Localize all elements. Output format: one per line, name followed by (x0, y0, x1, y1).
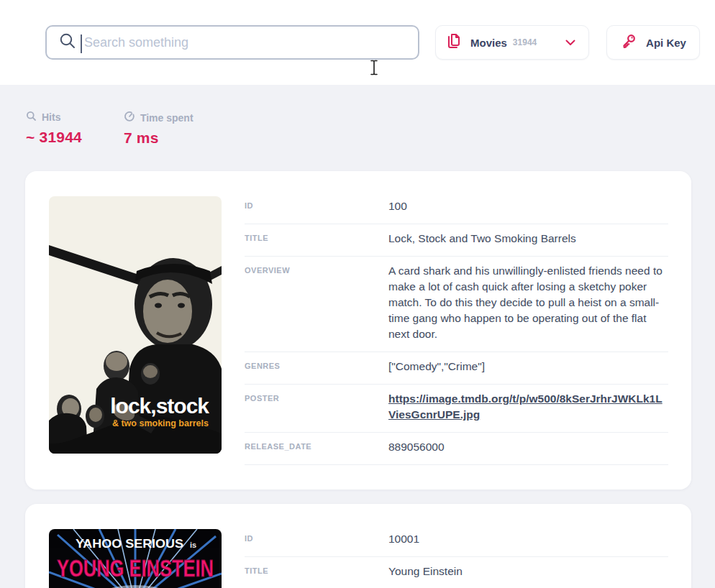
field-row-id: ID 100 (245, 196, 668, 224)
movie-poster-lock-stock: lock,stock & two smoking barrels (49, 196, 222, 454)
hits-search-icon (26, 111, 37, 124)
api-key-button[interactable]: Api Key (606, 25, 700, 60)
document-fields: ID 100 TITLE Lock, Stock and Two Smoking… (245, 196, 668, 465)
mouse-ibeam-cursor (370, 60, 378, 78)
chevron-down-icon (565, 36, 575, 49)
svg-text:lock,stock: lock,stock (110, 394, 209, 418)
field-label: OVERVIEW (245, 263, 388, 275)
result-card-lock-stock: lock,stock & two smoking barrels ID 100 … (25, 171, 691, 490)
field-label: POSTER (245, 391, 388, 403)
field-row-genres: GENRES ["Comedy","Crime"] (245, 352, 668, 385)
field-row-title: TITLE Young Einstein (245, 557, 668, 588)
field-label: ID (245, 198, 388, 210)
search-input[interactable] (84, 27, 418, 58)
svg-text:is: is (190, 541, 196, 549)
svg-text:YOUNG EINSTEIN: YOUNG EINSTEIN (57, 555, 214, 582)
field-row-id: ID 10001 (245, 529, 668, 557)
poster-url-link[interactable]: https://image.tmdb.org/t/p/w500/8kSerJrh… (388, 392, 662, 421)
field-row-title: TITLE Lock, Stock and Two Smoking Barrel… (245, 224, 668, 257)
field-row-overview: OVERVIEW A card shark and his unwillingl… (245, 257, 668, 352)
header: Movies 31944 Api Key (0, 0, 715, 85)
field-value: A card shark and his unwillingly-enliste… (388, 263, 668, 342)
svg-text:YAHOO SERIOUS: YAHOO SERIOUS (76, 537, 183, 551)
field-label: ID (245, 531, 388, 543)
key-icon (620, 32, 637, 52)
index-selector-button[interactable]: Movies 31944 (435, 25, 589, 60)
timer-gauge-icon (124, 111, 135, 124)
field-value: 10001 (388, 531, 668, 547)
stats-bar: Hits ~ 31944 Time spent 7 ms (0, 85, 715, 147)
field-row-release-date: RELEASE_DATE 889056000 (245, 433, 668, 465)
field-label: TITLE (245, 564, 388, 575)
time-spent-label: Time spent (140, 112, 193, 124)
movie-poster-young-einstein: YAHOO SERIOUS is YOUNG EINSTEIN (49, 529, 222, 588)
results-list: lock,stock & two smoking barrels ID 100 … (25, 171, 691, 588)
stat-time-spent: Time spent 7 ms (124, 111, 193, 147)
hits-label: Hits (42, 111, 60, 123)
documents-icon (446, 32, 462, 52)
field-value: 889056000 (388, 439, 668, 455)
field-label: GENRES (245, 359, 388, 370)
result-card-young-einstein: YAHOO SERIOUS is YOUNG EINSTEIN ID 10001… (25, 504, 691, 588)
index-doc-count: 31944 (513, 37, 537, 47)
stat-hits: Hits ~ 31944 (26, 111, 82, 147)
field-label: RELEASE_DATE (245, 439, 388, 451)
field-value: Lock, Stock and Two Smoking Barrels (388, 231, 668, 247)
field-value: Young Einstein (388, 564, 668, 579)
search-icon (58, 32, 77, 53)
document-fields: ID 10001 TITLE Young Einstein OVERVIEW A… (245, 529, 668, 588)
search-box[interactable] (45, 25, 419, 60)
api-key-label: Api Key (646, 37, 686, 49)
field-row-poster: POSTER https://image.tmdb.org/t/p/w500/8… (245, 385, 668, 433)
hits-value: ~ 31944 (26, 129, 82, 146)
field-label: TITLE (245, 231, 388, 242)
time-spent-value: 7 ms (124, 129, 193, 147)
svg-text:& two smoking barrels: & two smoking barrels (112, 418, 209, 428)
field-value: ["Comedy","Crime"] (388, 359, 668, 375)
text-caret (81, 35, 82, 53)
index-selector-label: Movies (470, 37, 507, 49)
field-value: 100 (388, 198, 668, 214)
